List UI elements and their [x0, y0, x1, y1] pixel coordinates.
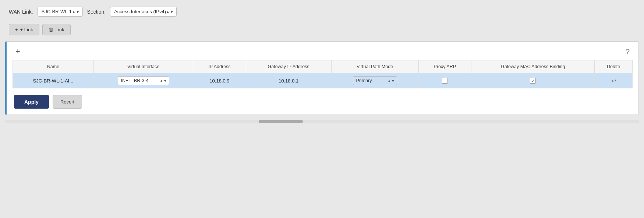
wan-link-label: WAN Link: — [9, 9, 33, 15]
top-bar: WAN Link: SJC-BR-WL-1 ▲▼ Section: Access… — [0, 0, 644, 22]
col-delete: Delete — [595, 60, 633, 73]
virtual-path-select-wrapper[interactable]: Primary Secondary Disabled ▲▼ — [353, 76, 397, 85]
trash-icon: 🗑 — [49, 27, 53, 32]
proxy-arp-checkbox-cell[interactable] — [422, 78, 468, 84]
section-select[interactable]: Access Interfaces (IPv4) — [110, 7, 177, 17]
row-revert-button[interactable]: ↩ — [611, 77, 616, 84]
cell-gateway-ip: 10.18.0.1 — [246, 73, 331, 88]
cell-gateway-mac[interactable]: ✓ — [471, 73, 595, 88]
gateway-mac-checkbox[interactable]: ✓ — [530, 78, 536, 84]
wan-link-select-wrapper[interactable]: SJC-BR-WL-1 ▲▼ — [38, 7, 83, 17]
cell-proxy-arp[interactable] — [418, 73, 471, 88]
col-ip-address: IP Address — [193, 60, 246, 73]
section-select-wrapper[interactable]: Access Interfaces (IPv4) ▲▼ — [110, 7, 177, 17]
cell-virtual-path-mode[interactable]: Primary Secondary Disabled ▲▼ — [331, 73, 418, 88]
revert-button[interactable]: Revert — [53, 95, 82, 109]
delete-link-button[interactable]: 🗑 Link — [42, 24, 71, 35]
plus-icon: + — [15, 27, 18, 32]
col-gateway-ip: Gateway IP Address — [246, 60, 331, 73]
scrollbar-thumb[interactable] — [259, 120, 303, 123]
table-row: SJC-BR-WL-1-AI... INET_BR-3-4 INET_BR-3-… — [13, 73, 633, 88]
cell-virtual-interface[interactable]: INET_BR-3-4 INET_BR-3-5 ▲▼ — [93, 73, 193, 88]
proxy-arp-checkbox[interactable] — [442, 78, 448, 84]
col-proxy-arp: Proxy ARP — [418, 60, 471, 73]
section-label: Section: — [87, 9, 106, 15]
help-button[interactable]: ? — [624, 48, 631, 55]
table-header-row: Name Virtual Interface IP Address Gatewa… — [13, 60, 633, 73]
apply-button[interactable]: Apply — [14, 95, 49, 109]
interfaces-table: Name Virtual Interface IP Address Gatewa… — [13, 60, 633, 88]
main-panel: + ? Name Virtual Interface IP Address Ga… — [5, 41, 639, 115]
add-link-button[interactable]: + + Link — [9, 24, 39, 35]
bottom-actions: Apply Revert — [13, 95, 633, 109]
cell-ip-address: 10.18.0.9 — [193, 73, 246, 88]
cell-name: SJC-BR-WL-1-AI... — [13, 73, 94, 88]
add-row-button[interactable]: + — [14, 48, 22, 56]
cell-delete[interactable]: ↩ — [595, 73, 633, 88]
col-gateway-mac: Gateway MAC Address Binding — [471, 60, 595, 73]
add-link-label: + Link — [20, 27, 33, 32]
col-virtual-interface: Virtual Interface — [93, 60, 193, 73]
delete-link-label: Link — [56, 27, 64, 32]
col-virtual-path-mode: Virtual Path Mode — [331, 60, 418, 73]
virtual-path-select[interactable]: Primary Secondary Disabled — [353, 76, 397, 85]
col-name: Name — [13, 60, 94, 73]
panel-toolbar: + ? — [13, 48, 633, 56]
horizontal-scrollbar[interactable] — [5, 120, 639, 123]
gateway-mac-checkbox-cell[interactable]: ✓ — [475, 78, 591, 84]
virtual-interface-select[interactable]: INET_BR-3-4 INET_BR-3-5 — [118, 76, 169, 85]
wan-link-select[interactable]: SJC-BR-WL-1 — [38, 7, 83, 17]
virtual-interface-select-wrapper[interactable]: INET_BR-3-4 INET_BR-3-5 ▲▼ — [118, 76, 169, 85]
action-bar: + + Link 🗑 Link — [0, 22, 644, 41]
